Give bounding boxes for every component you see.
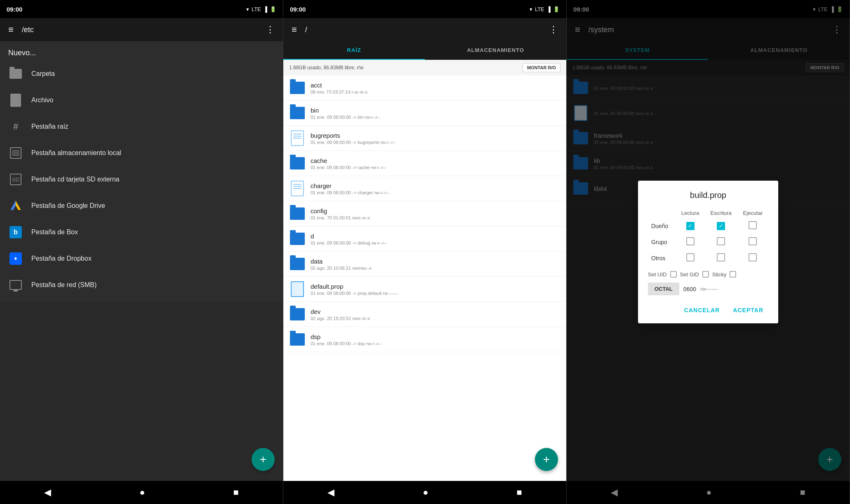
file-item-d[interactable]: d 01 ene. 09 08:00:00 -> debug rw-r--r-- — [283, 226, 566, 252]
group-read-checkbox[interactable] — [686, 237, 695, 245]
recent-btn-1[interactable]: ■ — [225, 484, 247, 501]
dropdown-item-root-tab[interactable]: # Pestaña raíz — [0, 113, 283, 140]
folder-icon-config — [289, 205, 306, 222]
file-item-dev[interactable]: dev 02 ago. 20 19:20:52 rwxr-xr-x — [283, 302, 566, 327]
dialog-backdrop[interactable]: build.prop Lectura Escritura Ejecutar Du… — [567, 0, 850, 504]
file-name-config: config — [311, 207, 560, 214]
menu-icon-1[interactable]: ≡ — [7, 23, 15, 37]
svg-marker-1 — [16, 201, 21, 210]
more-icon-1[interactable]: ⋮ — [264, 23, 276, 37]
permissions-dialog: build.prop Lectura Escritura Ejecutar Du… — [638, 181, 778, 323]
file-item-config[interactable]: config 01 ene. 70 01:00:01 rwxr-xr-x — [283, 201, 566, 226]
sd-icon: SD — [8, 172, 23, 187]
setuid-checkbox[interactable] — [670, 271, 677, 278]
folder-icon-data — [289, 256, 306, 272]
more-icon-2[interactable]: ⋮ — [547, 23, 560, 37]
dropbox-icon: ✦ — [8, 251, 23, 266]
folder-icon-d — [289, 231, 306, 247]
file-meta-bugreports: 01 ene. 09 08:00:00 -> bugreports rw-r--… — [311, 140, 560, 145]
fab-1[interactable]: + — [252, 448, 275, 471]
file-meta-cache: 01 ene. 09 08:00:00 -> cache rw-r--r-- — [311, 165, 560, 170]
octal-button[interactable]: OCTAL — [648, 283, 679, 295]
file-item-dsp[interactable]: dsp 01 ene. 09 08:00:00 -> dsp rw-r--r-- — [283, 327, 566, 352]
google-drive-icon — [8, 198, 23, 213]
cancel-button[interactable]: CANCELAR — [679, 304, 725, 317]
dropdown-item-gdrive-tab[interactable]: Pestaña de Google Drive — [0, 193, 283, 219]
menu-icon-2[interactable]: ≡ — [290, 23, 299, 37]
app-bar-title-1: /etc — [22, 26, 264, 34]
dropdown-label-file: Archivo — [31, 97, 53, 104]
back-btn-1[interactable]: ◀ — [36, 484, 59, 501]
fab-2[interactable]: + — [535, 448, 558, 471]
app-bar-1: ≡ /etc ⋮ — [0, 18, 283, 41]
home-btn-2[interactable]: ● — [414, 484, 436, 501]
dropdown-label-box: Pestaña de Box — [31, 228, 78, 236]
tab-storage-2[interactable]: ALMACENAMIENTO — [425, 41, 566, 60]
tabs-2: RAÍZ ALMACENAMIENTO — [283, 41, 566, 60]
dialog-title: build.prop — [648, 191, 768, 200]
setgid-checkbox[interactable] — [702, 271, 709, 278]
file-item-cache[interactable]: cache 01 ene. 09 08:00:00 -> cache rw-r-… — [283, 151, 566, 176]
perm-row-others: Otros — [648, 250, 768, 266]
file-item-acct[interactable]: acct 08 nov. 73 03:37:14 r-xr-xr-x — [283, 75, 566, 101]
dropdown-label-folder: Carpeta — [31, 70, 55, 78]
panel-etc: 09:00 ▾ LTE ▐ 🔋 ≡ /etc ⋮ ETC ALMACENAMIE… — [0, 0, 283, 504]
accept-button[interactable]: ACEPTAR — [728, 304, 768, 317]
file-meta-charger: 01 ene. 09 08:00:00 -> charger rw-r--r-- — [311, 190, 560, 195]
hash-icon: # — [8, 119, 23, 134]
group-write-checkbox[interactable] — [717, 237, 725, 245]
svg-marker-0 — [11, 201, 16, 210]
home-btn-1[interactable]: ● — [131, 484, 153, 501]
row-label-others: Otros — [648, 250, 676, 266]
signal-icon: ▐ — [264, 6, 267, 12]
file-meta-dev: 02 ago. 20 19:20:52 rwxr-xr-x — [311, 316, 560, 321]
owner-write-checkbox[interactable] — [717, 222, 725, 230]
file-name-acct: acct — [311, 82, 560, 89]
owner-exec-checkbox[interactable] — [749, 221, 757, 229]
folder-new-icon — [8, 66, 23, 81]
status-bar-2: 09:00 ▾ LTE ▐ 🔋 — [283, 0, 566, 18]
col-header-empty — [648, 208, 676, 218]
octal-value: 0600 — [683, 286, 696, 292]
dropdown-label-local: Pestaña almacenamiento local — [31, 149, 121, 157]
doc-icon-charger — [289, 180, 306, 197]
file-name-charger: charger — [311, 182, 560, 189]
dropdown-item-sd-tab[interactable]: SD Pestaña cd tarjeta SD externa — [0, 166, 283, 193]
group-exec-checkbox[interactable] — [749, 237, 757, 245]
file-meta-dsp: 01 ene. 09 08:00:00 -> dsp rw-r--r-- — [311, 341, 560, 346]
file-item-defaultprop[interactable]: default.prop 01 ene. 09 08:00:00 -> prop… — [283, 277, 566, 302]
others-exec-checkbox[interactable] — [749, 253, 757, 261]
col-header-read: Lectura — [676, 208, 705, 218]
file-item-bugreports[interactable]: bugreports 01 ene. 09 08:00:00 -> bugrep… — [283, 126, 566, 151]
file-item-bin[interactable]: bin 01 ene. 09 08:00:00 -> bin rw-r--r-- — [283, 101, 566, 126]
recent-btn-2[interactable]: ■ — [509, 484, 530, 501]
file-item-charger[interactable]: charger 01 ene. 09 08:00:00 -> charger r… — [283, 176, 566, 201]
mount-btn-2[interactable]: MONTAR R/O — [523, 63, 560, 72]
back-btn-2[interactable]: ◀ — [319, 484, 343, 501]
storage-text-2: 1.88GB usado, 86.83MB libre, r/w — [289, 65, 363, 71]
others-read-checkbox[interactable] — [686, 253, 695, 261]
perm-row-group: Grupo — [648, 234, 768, 250]
dropdown-item-folder[interactable]: Carpeta — [0, 61, 283, 87]
dropdown-item-local-tab[interactable]: Pestaña almacenamiento local — [0, 140, 283, 166]
others-write-checkbox[interactable] — [717, 253, 725, 261]
dropdown-item-box-tab[interactable]: b Pestaña de Box — [0, 219, 283, 245]
app-bar-title-2: / — [305, 26, 547, 34]
dropdown-item-file[interactable]: Archivo — [0, 87, 283, 113]
status-icons-1: ▾ LTE ▐ 🔋 — [246, 6, 276, 12]
storage-bar-2: 1.88GB usado, 86.83MB libre, r/w MONTAR … — [283, 60, 566, 75]
nav-bar-2: ◀ ● ■ — [283, 481, 566, 504]
folder-icon-dev — [289, 306, 306, 323]
file-meta-config: 01 ene. 70 01:00:01 rwxr-xr-x — [311, 215, 560, 220]
nav-bar-1: ◀ ● ■ — [0, 481, 283, 504]
file-item-data[interactable]: data 02 ago. 20 10:06:21 rwxrwx--x — [283, 252, 566, 277]
owner-read-checkbox[interactable] — [686, 222, 695, 230]
app-bar-2: ≡ / ⋮ — [283, 18, 566, 41]
dropdown-label-root: Pestaña raíz — [31, 123, 68, 130]
tab-raiz[interactable]: RAÍZ — [283, 41, 425, 60]
sticky-label: Sticky — [712, 271, 727, 278]
dropdown-item-dropbox-tab[interactable]: ✦ Pestaña de Dropbox — [0, 245, 283, 272]
octal-text: rw------- — [700, 286, 718, 292]
sticky-checkbox[interactable] — [730, 271, 736, 278]
dropdown-item-smb-tab[interactable]: Pestaña de red (SMB) — [0, 272, 283, 298]
